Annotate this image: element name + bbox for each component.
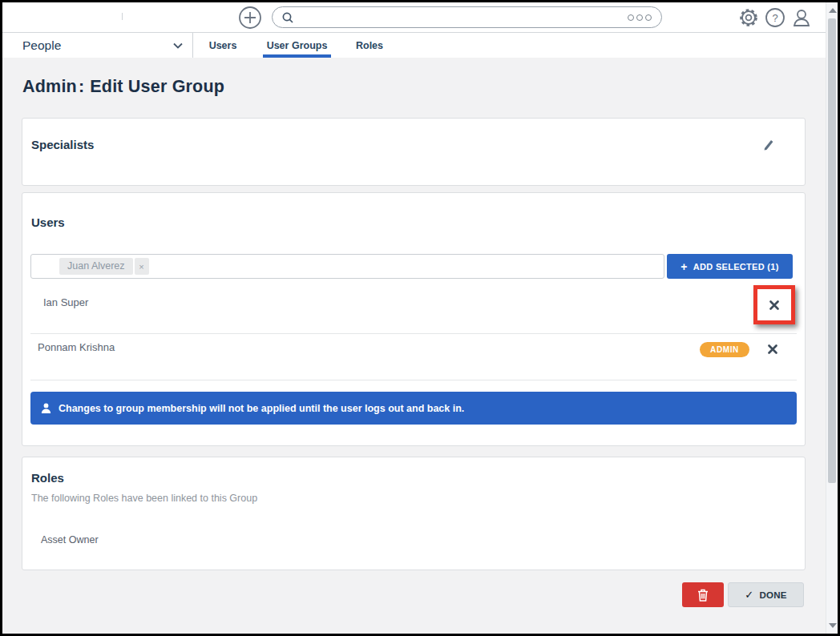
specialists-card: Specialists (22, 118, 806, 186)
search-icon (281, 11, 294, 24)
tab-user-groups[interactable]: User Groups (263, 33, 331, 58)
gear-icon (738, 18, 759, 30)
help-button[interactable]: ? (765, 7, 785, 28)
roles-subtitle: The following Roles have been linked to … (31, 493, 257, 504)
add-selected-button[interactable]: + ADD SELECTED (1) (667, 254, 793, 279)
plus-circle-icon (238, 20, 262, 32)
account-button[interactable] (791, 7, 812, 28)
tab-roles[interactable]: Roles (344, 33, 395, 58)
scroll-thumb[interactable] (828, 18, 836, 483)
highlight-callout-box (753, 285, 795, 324)
search-bar (272, 6, 662, 28)
x-icon (769, 300, 780, 311)
check-icon: ✓ (745, 590, 753, 600)
specialists-title: Specialists (31, 138, 94, 151)
person-icon (41, 403, 51, 413)
info-banner-text: Changes to group membership will not be … (59, 403, 464, 414)
selected-user-chip: Juan Alverez × (59, 258, 149, 275)
module-label: People (22, 38, 61, 53)
module-dropdown[interactable]: People (2, 33, 192, 58)
ellipsis-icon (628, 14, 634, 21)
roles-card: Roles The following Roles have been link… (22, 457, 806, 570)
nav-divider (192, 33, 193, 58)
users-title: Users (31, 215, 65, 229)
add-selected-label: ADD SELECTED (1) (693, 262, 779, 272)
trash-icon (697, 589, 709, 602)
tab-users[interactable]: Users (196, 33, 249, 58)
settings-button[interactable] (738, 7, 759, 28)
create-button[interactable] (238, 6, 262, 30)
plus-icon: + (680, 261, 687, 272)
pencil-icon (761, 142, 776, 154)
title-text: Edit User Group (90, 77, 224, 96)
scroll-up-arrow-icon[interactable] (829, 8, 837, 13)
done-button[interactable]: ✓ DONE (728, 582, 804, 607)
done-label: DONE (759, 590, 786, 600)
content-area: Admin:Edit User Group Specialists Users … (2, 58, 826, 634)
search-input[interactable] (301, 10, 626, 24)
edit-group-button[interactable] (759, 135, 778, 155)
title-prefix: Admin (22, 77, 77, 96)
question-icon: ? (765, 18, 785, 30)
row-divider (30, 333, 797, 334)
role-item: Asset Owner (41, 534, 99, 545)
row-divider (30, 380, 797, 380)
chevron-down-icon (173, 42, 183, 49)
top-bar: ? (2, 2, 826, 33)
info-banner: Changes to group membership will not be … (30, 392, 797, 425)
scroll-down-arrow-icon[interactable] (829, 623, 837, 628)
member-name: Ian Super (43, 296, 88, 308)
chip-remove-button[interactable]: × (135, 258, 149, 275)
small-x-icon: × (139, 262, 143, 272)
delete-group-button[interactable] (682, 582, 724, 607)
scrollbar[interactable] (826, 2, 838, 634)
chip-label: Juan Alverez (59, 258, 133, 275)
users-card: Users Juan Alverez × + ADD SELECTED (1) … (22, 192, 806, 446)
app-window: ? People Users User Groups Roles Admin (0, 0, 840, 636)
user-icon (791, 18, 812, 30)
page-title: Admin:Edit User Group (22, 77, 224, 97)
nav-row: People Users User Groups Roles (2, 33, 826, 58)
remove-member-button[interactable] (765, 342, 780, 356)
roles-title: Roles (31, 471, 64, 485)
title-separator: : (79, 77, 84, 96)
remove-member-button[interactable] (767, 298, 781, 312)
member-name: Ponnam Krishna (38, 341, 115, 353)
svg-text:?: ? (772, 12, 777, 24)
more-search-options-button[interactable] (626, 14, 653, 21)
stray-mark (122, 13, 123, 20)
user-select-input[interactable]: Juan Alverez × (30, 254, 664, 279)
admin-badge: ADMIN (700, 342, 749, 357)
x-icon (767, 344, 778, 355)
main-area: ? People Users User Groups Roles Admin (2, 2, 826, 634)
